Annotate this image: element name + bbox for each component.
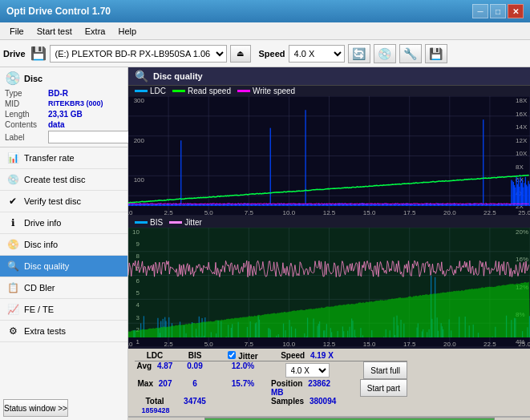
disc-label-label: Label: [5, 133, 47, 142]
nav-label-create-test-disc: Create test disc: [24, 175, 85, 184]
ldc-max: 207: [159, 379, 172, 388]
jitter-max: 15.7%: [215, 379, 271, 397]
disc-section: 💿 Disc Type BD-R MID RITEKBR3 (000) Leng…: [0, 67, 127, 147]
speed-value: 4.19 X: [310, 351, 334, 360]
nav-item-transfer-rate[interactable]: 📊 Transfer rate: [0, 147, 127, 169]
disc-length-value: 23,31 GB: [48, 110, 83, 119]
fe-te-icon: 📈: [6, 303, 19, 316]
start-full-button[interactable]: Start full: [363, 361, 407, 379]
ldc-total: 1859428: [141, 406, 169, 414]
start-part-button[interactable]: Start part: [360, 379, 407, 397]
disc-quality-icon: 🔍: [6, 260, 19, 273]
legend-write-label: Write speed: [253, 87, 295, 95]
legend-jitter: Jitter: [169, 218, 202, 227]
chart-header-icon: 🔍: [135, 70, 148, 83]
stats-speed-header: Speed 4.19 X: [271, 351, 343, 361]
nav-label-drive-info: Drive info: [24, 218, 61, 228]
legend-bis-label: BIS: [150, 218, 163, 227]
nav-items: 📊 Transfer rate 💿 Create test disc ✔ Ver…: [0, 147, 127, 396]
main-layout: 💿 Disc Type BD-R MID RITEKBR3 (000) Leng…: [0, 67, 530, 420]
legend-jitter-color: [169, 221, 182, 224]
create-test-disc-icon: 💿: [6, 173, 19, 186]
stats-bis-header: BIS: [175, 351, 215, 361]
settings-button[interactable]: 🔧: [399, 44, 422, 63]
bis-total: 34745: [175, 397, 215, 414]
nav-item-drive-info[interactable]: ℹ Drive info: [0, 212, 127, 234]
legend-read-label: Read speed: [188, 87, 231, 95]
disc-header: 💿 Disc: [5, 71, 123, 86]
speed-select[interactable]: 4.0 X: [289, 45, 345, 63]
disc-button[interactable]: 💿: [374, 44, 396, 63]
nav-item-disc-quality[interactable]: 🔍 Disc quality: [0, 256, 127, 277]
nav-label-transfer-rate: Transfer rate: [24, 153, 75, 163]
eject-button[interactable]: ⏏: [230, 45, 251, 63]
menu-help[interactable]: Help: [111, 25, 143, 38]
stats-area: LDC BIS Jitter Speed 4.19 X Avg 4.87 0.0…: [128, 349, 530, 416]
nav-item-cd-bler[interactable]: 📋 CD Bler: [0, 277, 127, 299]
drive-label: Drive: [3, 49, 26, 59]
speed-sel-container: 4.0 X: [271, 361, 343, 379]
nav-label-disc-quality: Disc quality: [24, 261, 69, 271]
position-row: Position 23862 MB: [271, 379, 343, 397]
cd-bler-icon: 📋: [6, 281, 19, 294]
jitter-total-empty: [215, 397, 271, 414]
jitter-label: Jitter: [238, 352, 257, 361]
nav-label-extra-tests: Extra tests: [24, 326, 66, 336]
refresh-button[interactable]: 🔄: [348, 44, 370, 63]
bottom-bar: Tests completed 100.0% 33:14: [128, 416, 530, 420]
drivebar: Drive 💾 (E:) PLEXTOR BD-R PX-LB950SA 1.0…: [0, 40, 530, 67]
status-window-button[interactable]: Status window >>: [3, 399, 68, 417]
top-chart-container: LDC Read speed Write speed: [128, 86, 530, 217]
nav-item-verify-test-disc[interactable]: ✔ Verify test disc: [0, 191, 127, 212]
stats-max-row: Max 207: [135, 379, 175, 397]
start-part-container: Start part: [343, 379, 407, 397]
jitter-avg: 12.0%: [215, 361, 271, 379]
menubar: File Start test Extra Help: [0, 22, 530, 40]
disc-mid-label: MID: [5, 99, 47, 108]
legend-read-speed: Read speed: [172, 87, 231, 95]
nav-item-disc-info[interactable]: 📀 Disc info: [0, 234, 127, 256]
disc-header-label: Disc: [24, 74, 42, 83]
nav-label-fe-te: FE / TE: [24, 305, 54, 314]
minimize-button[interactable]: ─: [472, 4, 488, 18]
extra-tests-icon: ⚙: [6, 325, 19, 337]
drive-info-icon: ℹ: [6, 216, 19, 229]
left-panel: 💿 Disc Type BD-R MID RITEKBR3 (000) Leng…: [0, 67, 128, 420]
bottom-chart-legend: BIS Jitter: [128, 217, 530, 228]
close-button[interactable]: ✕: [508, 4, 524, 18]
nav-item-fe-te[interactable]: 📈 FE / TE: [0, 299, 127, 321]
legend-write-color: [237, 90, 250, 92]
chart-title: Disc quality: [153, 71, 203, 81]
speed-label: Speed: [259, 49, 285, 59]
speed-header: Speed: [281, 351, 305, 360]
stats-total-row: Total 1859428: [135, 397, 175, 414]
legend-read-color: [172, 90, 185, 92]
right-panel: 🔍 Disc quality LDC Read speed Write spee…: [128, 67, 530, 420]
maximize-button[interactable]: □: [490, 4, 506, 18]
legend-ldc-color: [135, 90, 148, 92]
menu-starttest[interactable]: Start test: [30, 25, 79, 38]
disc-type-label: Type: [5, 89, 47, 98]
stats-jitter-header: Jitter: [215, 351, 271, 361]
menu-extra[interactable]: Extra: [79, 25, 112, 38]
drive-select[interactable]: (E:) PLEXTOR BD-R PX-LB950SA 1.06: [50, 45, 227, 63]
status-window-section: Status window >>: [0, 396, 127, 420]
legend-bis: BIS: [135, 218, 163, 227]
chart-speed-select[interactable]: 4.0 X: [285, 363, 330, 378]
nav-item-extra-tests[interactable]: ⚙ Extra tests: [0, 321, 127, 342]
drive-icon: 💾: [30, 46, 47, 61]
top-chart-legend: LDC Read speed Write speed: [128, 86, 530, 96]
disc-contents-row: Contents data: [5, 120, 123, 129]
jitter-checkbox[interactable]: [228, 351, 236, 359]
bis-max: 6: [175, 379, 215, 397]
top-chart-canvas: [128, 96, 530, 216]
bis-avg: 0.09: [175, 361, 215, 379]
bottom-chart-container: BIS Jitter: [128, 217, 530, 349]
disc-header-icon: 💿: [5, 71, 21, 86]
stats-ldc-header: LDC: [135, 351, 175, 361]
save-button[interactable]: 💾: [425, 44, 447, 63]
nav-item-create-test-disc[interactable]: 💿 Create test disc: [0, 169, 127, 191]
menu-file[interactable]: File: [3, 25, 30, 38]
nav-label-verify-test-disc: Verify test disc: [24, 196, 81, 206]
samples-val: 380094: [310, 397, 336, 406]
